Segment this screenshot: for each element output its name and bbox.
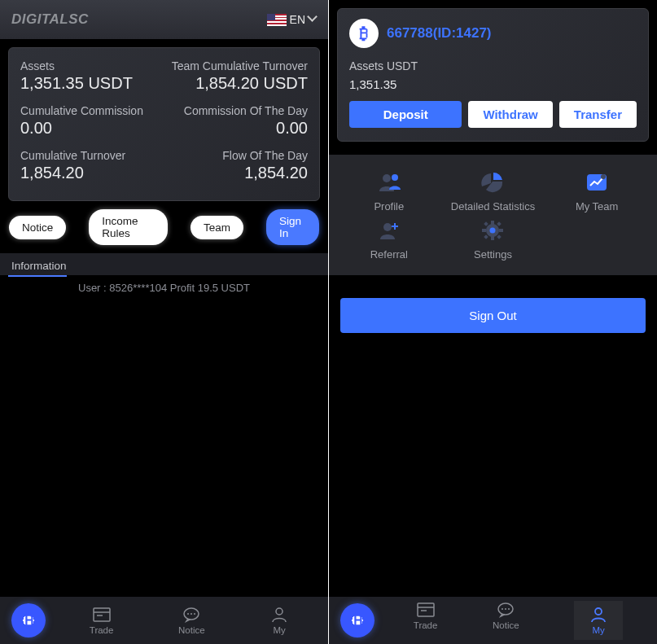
svg-rect-18 — [482, 229, 486, 232]
svg-rect-25 — [418, 603, 434, 616]
svg-point-30 — [505, 608, 506, 610]
deposit-button[interactable]: Deposit — [349, 101, 462, 128]
nav-trade-label: Trade — [414, 620, 438, 630]
bottom-nav: ₿ Trade Notice My — [329, 597, 657, 644]
language-label: EN — [290, 13, 305, 26]
assets-label: Assets — [20, 59, 133, 72]
menu-referral-label: Referral — [370, 248, 408, 261]
stats-card: Assets 1,351.35 USDT Team Cumulative Tur… — [8, 47, 320, 201]
svg-rect-14 — [392, 226, 398, 227]
chevron-down-icon — [309, 15, 317, 24]
user-id: 667788(ID:1427) — [387, 25, 492, 42]
nav-notice[interactable]: Notice — [493, 601, 519, 640]
home-logo-button[interactable]: ₿ — [340, 603, 374, 637]
svg-rect-16 — [491, 221, 494, 225]
chat-icon — [496, 601, 515, 619]
user-card: ₿ 667788(ID:1427) Assets USDT 1,351.35 D… — [337, 8, 649, 142]
us-flag-icon — [267, 14, 287, 26]
svg-point-31 — [508, 608, 510, 610]
referral-icon — [377, 219, 401, 242]
menu-profile[interactable]: Profile — [337, 171, 441, 212]
svg-rect-20 — [484, 221, 489, 226]
nav-notice[interactable]: Notice — [178, 606, 205, 635]
menu-referral[interactable]: Referral — [337, 219, 441, 261]
person-icon — [589, 606, 608, 624]
menu-grid: Profile Detailed Statistics My Team Refe… — [329, 155, 657, 275]
information-heading: Information — [0, 253, 328, 275]
trade-icon — [92, 606, 112, 624]
sign-in-button[interactable]: Sign In — [266, 209, 319, 245]
nav-trade[interactable]: Trade — [414, 601, 438, 640]
bitcoin-icon: ₿ — [24, 610, 33, 631]
svg-rect-0 — [94, 608, 110, 621]
menu-myteam-label: My Team — [576, 200, 619, 212]
nav-notice-label: Notice — [178, 625, 205, 635]
brand-logo: DIGITALSC — [11, 11, 89, 28]
income-rules-button[interactable]: Income Rules — [89, 209, 168, 245]
svg-point-12 — [383, 223, 392, 231]
nav-my[interactable]: My — [574, 601, 623, 640]
svg-point-4 — [187, 613, 189, 615]
person-icon — [269, 606, 289, 624]
assets-value: 1,351.35 — [349, 77, 637, 91]
cum-turnover-label: Cumulative Turnover — [20, 149, 125, 162]
pie-chart-icon — [480, 171, 505, 194]
nav-trade[interactable]: Trade — [90, 606, 114, 635]
cum-commission-value: 0.00 — [20, 119, 143, 138]
menu-profile-label: Profile — [374, 200, 404, 212]
menu-stats-label: Detailed Statistics — [451, 200, 535, 212]
chat-icon — [182, 606, 201, 624]
svg-rect-17 — [491, 236, 494, 240]
cum-commission-label: Cumulative Commission — [20, 104, 143, 117]
nav-my[interactable]: My — [269, 606, 289, 635]
sign-out-button[interactable]: Sign Out — [340, 298, 646, 333]
trade-icon — [416, 601, 436, 619]
home-logo-button[interactable]: ₿ — [11, 603, 46, 637]
gear-icon — [480, 219, 505, 242]
profile-icon — [377, 171, 401, 194]
topbar: DIGITALSC EN — [0, 0, 328, 39]
svg-rect-22 — [484, 234, 489, 239]
language-selector[interactable]: EN — [267, 13, 317, 26]
svg-point-9 — [392, 174, 398, 181]
left-screen: DIGITALSC EN Assets 1,351.35 USDT Team C… — [0, 0, 328, 644]
nav-my-label: My — [274, 625, 286, 635]
avatar: ₿ — [349, 19, 379, 48]
svg-point-7 — [276, 608, 283, 615]
withdraw-button[interactable]: Withdraw — [468, 101, 552, 128]
ticker-text: User : 8526****104 Profit 19.5 USDT — [0, 277, 328, 299]
commission-day-label: Commission Of The Day — [184, 104, 308, 117]
svg-point-6 — [194, 613, 195, 615]
bitcoin-icon: ₿ — [353, 610, 362, 631]
svg-rect-21 — [497, 221, 502, 226]
svg-point-11 — [601, 174, 606, 179]
svg-point-8 — [383, 174, 391, 182]
team-turnover-value: 1,854.20 USDT — [195, 74, 308, 93]
svg-point-32 — [595, 608, 602, 615]
transfer-button[interactable]: Transfer — [559, 101, 637, 128]
svg-point-24 — [490, 228, 496, 234]
svg-point-5 — [191, 613, 192, 615]
bitcoin-icon: ₿ — [360, 24, 368, 43]
nav-notice-label: Notice — [493, 620, 519, 630]
team-turnover-label: Team Cumulative Turnover — [172, 59, 308, 72]
bottom-nav: ₿ Trade Notice My — [0, 597, 328, 644]
flow-day-label: Flow Of The Day — [222, 149, 308, 162]
svg-rect-23 — [497, 234, 502, 239]
notice-button[interactable]: Notice — [9, 216, 66, 239]
menu-settings-label: Settings — [474, 248, 512, 261]
pill-row: Notice Income Rules Team Sign In — [0, 209, 328, 253]
menu-settings[interactable]: Settings — [441, 219, 545, 261]
nav-my-label: My — [593, 625, 605, 635]
team-button[interactable]: Team — [191, 216, 243, 239]
commission-day-value: 0.00 — [276, 119, 308, 138]
flow-day-value: 1,854.20 — [244, 164, 308, 182]
nav-trade-label: Trade — [90, 625, 114, 635]
menu-my-team[interactable]: My Team — [545, 171, 649, 212]
cum-turnover-value: 1,854.20 — [20, 164, 125, 182]
assets-label: Assets USDT — [349, 59, 637, 72]
right-screen: ₿ 667788(ID:1427) Assets USDT 1,351.35 D… — [329, 0, 657, 644]
menu-detailed-statistics[interactable]: Detailed Statistics — [441, 171, 545, 212]
assets-value: 1,351.35 USDT — [20, 74, 133, 93]
information-section: Information User : 8526****104 Profit 19… — [0, 253, 328, 299]
